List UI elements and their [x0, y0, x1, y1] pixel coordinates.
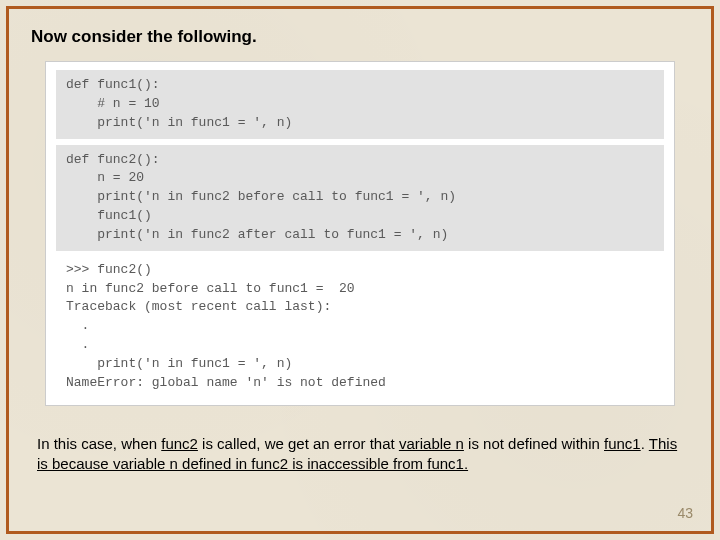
code-block-func1: def func1(): # n = 10 print('n in func1 … — [56, 70, 664, 139]
explain-underline-variable-n: variable n — [399, 435, 464, 452]
code-block-func2: def func2(): n = 20 print('n in func2 be… — [56, 145, 664, 251]
code-panel: def func1(): # n = 10 print('n in func1 … — [45, 61, 675, 406]
explain-seg-1: In this case, when — [37, 435, 161, 452]
explain-underline-func1: func1 — [604, 435, 641, 452]
code-output: >>> func2() n in func2 before call to fu… — [56, 257, 664, 395]
explanation-text: In this case, when func2 is called, we g… — [37, 434, 683, 475]
explain-seg-4: . — [641, 435, 649, 452]
slide-frame: Now consider the following. def func1():… — [6, 6, 714, 534]
explain-seg-2: is called, we get an error that — [198, 435, 399, 452]
slide-heading: Now consider the following. — [31, 27, 689, 47]
explain-seg-3: is not defined within — [464, 435, 604, 452]
page-number: 43 — [677, 505, 693, 521]
explain-underline-func2: func2 — [161, 435, 198, 452]
